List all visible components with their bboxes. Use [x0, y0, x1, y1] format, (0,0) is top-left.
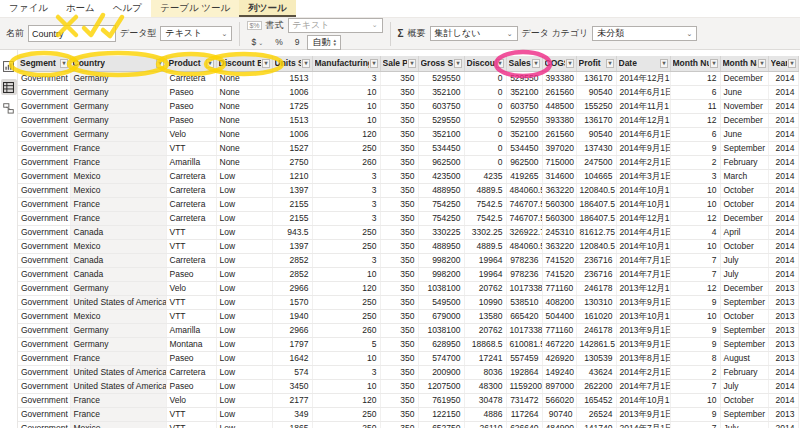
table-cell[interactable]: 350 — [380, 156, 418, 170]
table-cell[interactable]: Amarilla — [166, 156, 216, 170]
table-cell[interactable]: 1006 — [272, 86, 312, 100]
table-cell[interactable]: 2013年9月1日 — [616, 338, 670, 352]
table-cell[interactable]: 0 — [464, 128, 506, 142]
table-cell[interactable]: 754250 — [418, 212, 464, 226]
table-cell[interactable]: 12 — [670, 114, 720, 128]
table-cell[interactable]: 2 — [670, 156, 720, 170]
table-cell[interactable]: 2014 — [768, 226, 798, 240]
data-view-icon[interactable] — [1, 79, 17, 95]
table-cell[interactable]: 236716 — [576, 268, 616, 282]
table-cell[interactable]: 10 — [670, 240, 720, 254]
column-header-sales[interactable]: Sales▾ — [506, 56, 542, 72]
table-cell[interactable]: 350 — [380, 212, 418, 226]
table-cell[interactable]: 19964 — [464, 254, 506, 268]
table-cell[interactable]: VTT — [166, 240, 216, 254]
table-cell[interactable]: June — [720, 128, 768, 142]
table-cell[interactable]: 560300 — [542, 198, 576, 212]
table-cell[interactable]: 9 — [670, 296, 720, 310]
table-cell[interactable]: 5 — [312, 338, 380, 352]
thousands-format-button[interactable]: 9 — [291, 35, 304, 50]
table-cell[interactable]: July — [720, 422, 768, 428]
table-cell[interactable]: 2966 — [272, 324, 312, 338]
table-cell[interactable]: Government — [18, 226, 70, 240]
table-cell[interactable]: Government — [18, 240, 70, 254]
table-cell[interactable]: None — [216, 142, 272, 156]
column-filter-dropdown-icon[interactable]: ▾ — [660, 59, 667, 68]
column-header-segment[interactable]: Segment▾ — [18, 56, 70, 72]
table-cell[interactable]: 350 — [380, 184, 418, 198]
table-cell[interactable]: Mexico — [70, 422, 166, 428]
table-cell[interactable]: September — [720, 408, 768, 422]
table-cell[interactable]: Low — [216, 184, 272, 198]
table-cell[interactable]: 2014 — [768, 114, 798, 128]
table-cell[interactable]: 192864 — [506, 366, 542, 380]
table-cell[interactable]: Carretera — [166, 184, 216, 198]
table-cell[interactable]: 488950 — [418, 184, 464, 198]
table-cell[interactable]: 2014年7月1日 — [616, 254, 670, 268]
table-cell[interactable]: Velo — [166, 128, 216, 142]
table-cell[interactable]: 17241 — [464, 352, 506, 366]
column-filter-dropdown-icon[interactable]: ▾ — [262, 59, 269, 68]
table-cell[interactable]: Government — [18, 366, 70, 380]
table-cell[interactable]: 250 — [312, 296, 380, 310]
table-cell[interactable]: 19964 — [464, 268, 506, 282]
table-cell[interactable]: 350 — [380, 394, 418, 408]
table-cell[interactable]: 246178 — [576, 324, 616, 338]
table-cell[interactable]: Low — [216, 310, 272, 324]
table-cell[interactable]: 3 — [670, 170, 720, 184]
table-cell[interactable]: 2014年12月1日 — [616, 72, 670, 86]
table-cell[interactable]: December — [720, 72, 768, 86]
table-cell[interactable]: 2014 — [768, 366, 798, 380]
table-cell[interactable]: 2014 — [768, 198, 798, 212]
table-cell[interactable]: None — [216, 128, 272, 142]
table-cell[interactable]: 1038100 — [418, 324, 464, 338]
table-cell[interactable]: 30478 — [464, 394, 506, 408]
table-cell[interactable]: United States of America — [70, 296, 166, 310]
table-cell[interactable]: 10 — [312, 114, 380, 128]
table-cell[interactable]: August — [720, 352, 768, 366]
table-cell[interactable]: 665420 — [506, 310, 542, 324]
table-cell[interactable]: 350 — [380, 310, 418, 324]
table-cell[interactable]: 261560 — [542, 86, 576, 100]
table-cell[interactable]: 978236 — [506, 268, 542, 282]
table-cell[interactable]: Mexico — [70, 240, 166, 254]
table-cell[interactable]: Canada — [70, 254, 166, 268]
table-cell[interactable]: 1725 — [272, 100, 312, 114]
table-cell[interactable]: 161020 — [576, 310, 616, 324]
table-cell[interactable]: VTT — [166, 296, 216, 310]
summarization-dropdown[interactable]: 集計しない ⌄ — [430, 26, 518, 41]
table-cell[interactable]: 549500 — [418, 296, 464, 310]
table-cell[interactable]: 11 — [670, 100, 720, 114]
table-cell[interactable]: Carretera — [166, 254, 216, 268]
table-cell[interactable]: 165452 — [576, 394, 616, 408]
table-cell[interactable]: 2014年10月1日 — [616, 240, 670, 254]
table-cell[interactable]: Paseo — [166, 380, 216, 394]
table-cell[interactable]: 350 — [380, 226, 418, 240]
table-cell[interactable]: 484060.5 — [506, 184, 542, 198]
table-cell[interactable]: 7 — [670, 254, 720, 268]
table-cell[interactable]: 2013年9月1日 — [616, 408, 670, 422]
table-cell[interactable]: Low — [216, 170, 272, 184]
table-cell[interactable]: 2014 — [768, 380, 798, 394]
column-filter-dropdown-icon[interactable]: ▾ — [532, 59, 539, 68]
column-header-units-sold[interactable]: Units Sold▾ — [272, 56, 312, 72]
table-cell[interactable]: 90740 — [542, 408, 576, 422]
table-cell[interactable]: 423500 — [418, 170, 464, 184]
table-cell[interactable]: 247500 — [576, 156, 616, 170]
table-cell[interactable]: Velo — [166, 282, 216, 296]
table-cell[interactable]: United States of America — [70, 366, 166, 380]
format-dropdown[interactable]: テキスト ⌄ — [288, 18, 383, 33]
table-cell[interactable]: 260 — [312, 324, 380, 338]
column-filter-dropdown-icon[interactable]: ▾ — [710, 59, 717, 68]
table-cell[interactable]: 3 — [312, 170, 380, 184]
table-cell[interactable]: 250 — [312, 422, 380, 428]
table-cell[interactable]: VTT — [166, 142, 216, 156]
table-cell[interactable]: 349 — [272, 408, 312, 422]
table-cell[interactable]: 1038100 — [418, 282, 464, 296]
table-cell[interactable]: 397020 — [542, 142, 576, 156]
table-cell[interactable]: 534450 — [506, 142, 542, 156]
table-cell[interactable]: 1570 — [272, 296, 312, 310]
table-cell[interactable]: 26110 — [464, 422, 506, 428]
table-cell[interactable]: 0 — [464, 86, 506, 100]
column-filter-dropdown-icon[interactable]: ▾ — [370, 59, 377, 68]
